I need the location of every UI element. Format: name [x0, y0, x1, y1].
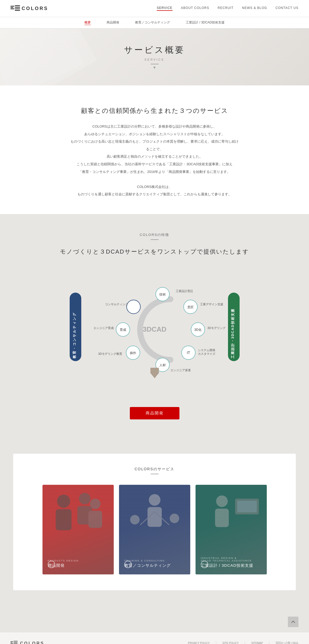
- footer-link-privacy[interactable]: PRIVACY POLICY: [188, 642, 210, 644]
- footer-link-site-policy[interactable]: SITE POLICY: [222, 642, 239, 644]
- product-dev-section: 商品開発: [11, 402, 298, 419]
- card-small-label-education: TRAINING & CONSULTING: [124, 559, 171, 562]
- svg-rect-46: [148, 507, 162, 527]
- svg-rect-57: [11, 643, 13, 644]
- footer: COLORS Copyright © COLORS co, ltd. All r…: [0, 632, 309, 644]
- svg-text:技術: 技術: [159, 293, 166, 296]
- svg-rect-60: [14, 643, 18, 643]
- scroll-top-area: [0, 611, 309, 632]
- svg-point-49: [130, 515, 140, 524]
- nav-recruit[interactable]: RECRUIT: [218, 6, 234, 11]
- footer-logo: COLORS: [11, 640, 67, 644]
- main-nav: SERVICE ABOUT COLORS RECRUIT NEWS & BLOG…: [157, 6, 298, 11]
- svg-point-43: [90, 498, 101, 509]
- card-overlay-products: → PRODUCTS DESIGN 商品開発: [42, 554, 114, 574]
- features-label: COLORSの特徴: [11, 233, 298, 237]
- card-overlay-education: → TRAINING & CONSULTING 教育／コンサルティング: [119, 554, 190, 574]
- svg-rect-55: [11, 641, 13, 642]
- hero-title: サービス概要: [124, 44, 185, 56]
- intro-section: 顧客との信頼関係から生まれた３つのサービス COLORSは主に工業設計の分野にお…: [0, 85, 309, 214]
- svg-point-41: [79, 493, 91, 504]
- svg-text:操作: 操作: [130, 351, 136, 355]
- card-small-label-industrial: INDUSTRIAL DESIGN & 3DCAD TECHNICAL ASSI…: [201, 557, 253, 562]
- nav-contact[interactable]: CONTACT US: [275, 6, 298, 11]
- nav-about[interactable]: ABOUT COLORS: [181, 6, 209, 11]
- svg-text:システム開発: システム開発: [198, 348, 215, 352]
- svg-rect-2: [11, 8, 14, 9]
- sub-nav: 概要 商品開発 教育／コンサルティング 工業設計 / 3DCAD技術支援: [0, 17, 309, 28]
- svg-text:人材: 人材: [159, 363, 166, 367]
- card-arrow-education[interactable]: →: [124, 561, 132, 568]
- card-arrow-products[interactable]: →: [48, 561, 55, 568]
- features-section: COLORSの特徴 モノづくりと３DCADサービスをワンストップで提供いたします…: [0, 214, 309, 433]
- svg-text:3Dモデリング: 3Dモデリング: [207, 326, 226, 330]
- services-divider: [151, 474, 159, 474]
- svg-text:工業デザイン支援: 工業デザイン支援: [200, 303, 223, 306]
- svg-text:工業設計・3DCAD技術支援: 工業設計・3DCAD技術支援: [231, 308, 235, 359]
- footer-logo-text: COLORS: [20, 641, 44, 644]
- card-arrow-industrial[interactable]: →: [201, 561, 208, 568]
- svg-text:エンジニア育成: エンジニア育成: [93, 326, 114, 330]
- svg-text:3D化: 3D化: [194, 328, 201, 332]
- service-card-industrial[interactable]: → INDUSTRIAL DESIGN & 3DCAD TECHNICAL AS…: [196, 485, 267, 574]
- logo[interactable]: COLORS: [11, 5, 48, 12]
- svg-point-45: [149, 494, 160, 506]
- svg-rect-58: [14, 641, 18, 641]
- svg-text:カスタマイズ: カスタマイズ: [198, 352, 216, 355]
- card-title-industrial: 工業設計 / 3DCAD技術支援: [201, 563, 253, 568]
- services-section: COLORSのサービス →: [13, 454, 296, 590]
- nav-service[interactable]: SERVICE: [157, 6, 172, 11]
- svg-text:コンサルティング: コンサルティング: [105, 303, 129, 306]
- svg-rect-56: [11, 642, 12, 643]
- svg-rect-1: [11, 7, 13, 8]
- features-divider: [151, 239, 159, 240]
- intro-heading: 顧客との信頼関係から生まれた３つのサービス: [11, 106, 298, 115]
- svg-rect-4: [15, 7, 20, 8]
- header: COLORS SERVICE ABOUT COLORS RECRUIT NEWS…: [0, 0, 309, 17]
- footer-link-sdgs[interactable]: SDGsへの取り組み: [275, 641, 298, 644]
- footer-logo-icon: [11, 640, 18, 644]
- sub-nav-products[interactable]: 商品開発: [107, 20, 119, 25]
- svg-rect-3: [15, 5, 20, 6]
- svg-text:意匠: 意匠: [187, 305, 194, 309]
- svg-point-50: [170, 514, 179, 523]
- hero-section: サービス概要 SERVICE ▼: [0, 28, 309, 85]
- footer-left: COLORS Copyright © COLORS co, ltd. All r…: [11, 640, 67, 644]
- product-dev-button[interactable]: 商品開発: [130, 407, 179, 419]
- svg-text:解決: 解決: [130, 305, 137, 309]
- service-card-education[interactable]: → TRAINING & CONSULTING 教育／コンサルティング: [119, 485, 190, 574]
- svg-rect-38: [150, 368, 159, 374]
- svg-rect-40: [56, 509, 72, 530]
- svg-marker-37: [150, 373, 159, 378]
- diagram-container: 教育・コンサルティング 工業設計・3DCAD技術支援 3DCAD 技術 工業設計…: [65, 272, 244, 389]
- sub-nav-education[interactable]: 教育／コンサルティング: [135, 20, 170, 25]
- logo-text: COLORS: [22, 6, 48, 11]
- svg-text:IT: IT: [187, 351, 190, 355]
- scroll-to-top-button[interactable]: [288, 617, 298, 627]
- service-card-products[interactable]: → PRODUCTS DESIGN 商品開発: [42, 485, 114, 574]
- footer-link-sitemap[interactable]: SITEMAP: [251, 642, 263, 644]
- svg-rect-59: [14, 642, 18, 642]
- svg-text:エンジニア派遣: エンジニア派遣: [170, 369, 191, 372]
- svg-rect-52: [215, 509, 229, 527]
- svg-point-51: [216, 495, 228, 507]
- services-label: COLORSのサービス: [24, 467, 285, 472]
- hero-divider: ▼: [151, 64, 159, 70]
- hero-subtitle: SERVICE: [144, 58, 164, 61]
- svg-text:工業設計受託: 工業設計受託: [176, 289, 193, 293]
- svg-rect-0: [11, 6, 14, 7]
- nav-news[interactable]: NEWS & BLOG: [242, 6, 267, 11]
- sub-nav-industrial[interactable]: 工業設計 / 3DCAD技術支援: [186, 20, 225, 25]
- svg-point-39: [57, 495, 70, 508]
- svg-text:3DCAD: 3DCAD: [143, 325, 167, 333]
- intro-body: COLORSは主に工業設計の分野において、多種多様な設計や商品開発に参画し、 あ…: [70, 123, 239, 198]
- svg-rect-54: [237, 501, 257, 512]
- sub-nav-overview[interactable]: 概要: [84, 20, 91, 25]
- svg-text:教育・コンサルティング: 教育・コンサルティング: [72, 312, 76, 359]
- svg-rect-44: [88, 511, 102, 528]
- footer-links: PRIVACY POLICY ｜ SITE POLICY ｜ SITEMAP ｜…: [188, 640, 298, 644]
- services-outer: COLORSのサービス →: [0, 433, 309, 611]
- svg-text:育成: 育成: [120, 328, 126, 332]
- svg-rect-6: [15, 10, 20, 11]
- card-overlay-industrial: → INDUSTRIAL DESIGN & 3DCAD TECHNICAL AS…: [196, 551, 267, 574]
